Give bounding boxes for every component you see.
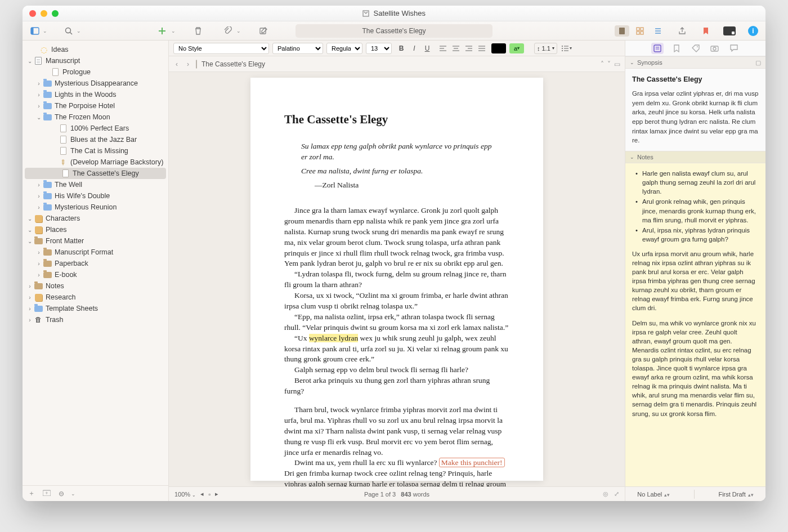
inspector-info-button[interactable]: i [746, 24, 760, 38]
binder-manuscript-format[interactable]: ›Manuscript Format [23, 247, 168, 258]
synopsis-body[interactable]: The Cassette's Elegy Gra irpsa velar ozl… [625, 69, 765, 151]
binder-mysterious-disappearance[interactable]: ›Mysterious Disappearance [23, 78, 168, 89]
search-button[interactable] [62, 24, 75, 38]
binder-cassette-elegy[interactable]: The Cassette's Elegy [25, 168, 166, 179]
notes-section-header[interactable]: ⌄Notes [625, 151, 765, 163]
binder-ebook[interactable]: ›E-book [23, 269, 168, 280]
view-document-button[interactable] [615, 25, 629, 37]
body-paragraph: “Epp, ma nalista ozlint, irpsa erk,” ath… [284, 312, 509, 333]
italic-button[interactable]: I [408, 43, 420, 54]
split-editor-button[interactable]: ▭ [614, 60, 620, 68]
add-menu-caret[interactable]: ⌄ [171, 28, 176, 34]
share-button[interactable] [675, 24, 689, 38]
font-weight-select[interactable]: Regular [326, 43, 362, 54]
binder-cat-missing[interactable]: The Cat is Missing [23, 145, 168, 157]
binder-mysterious-reunion[interactable]: ›Mysterious Reunion [23, 202, 168, 213]
close-window-button[interactable] [29, 10, 36, 17]
body-paragraph: Dwint ma ux, yem rhull la erc xu fli wyn… [284, 458, 509, 486]
nav-back-button[interactable]: ‹ [173, 60, 180, 68]
binder-places[interactable]: ⌄Places [23, 224, 168, 235]
svg-rect-2 [31, 28, 34, 34]
highlight-color-swatch[interactable]: a▾ [509, 43, 524, 53]
align-justify-button[interactable] [476, 43, 488, 54]
binder-trash[interactable]: ›🗑Trash [23, 314, 168, 325]
nav-forward-button[interactable]: › [185, 60, 191, 68]
inspector-tab-bookmarks[interactable] [670, 43, 683, 54]
epigraph-attribution: —Zorl Nalista [315, 180, 509, 191]
layout-toggle-button[interactable] [28, 24, 42, 38]
binder-prologue[interactable]: Prologue [23, 66, 168, 78]
path-up-button[interactable]: ˄ [601, 60, 604, 68]
binder-porpoise-hotel[interactable]: ›The Porpoise Hotel [23, 100, 168, 111]
attachment-menu-caret[interactable]: ⌄ [236, 28, 241, 34]
window-title: Satellite Wishes [23, 9, 765, 17]
compose-button[interactable] [257, 24, 270, 38]
footer-expand-icon[interactable]: ⤢ [614, 490, 619, 498]
minimize-window-button[interactable] [41, 10, 47, 17]
editor-viewport[interactable]: The Cassette's Elegy Su lamax epp teng g… [169, 72, 625, 486]
binder-paperback[interactable]: ›Paperback [23, 258, 168, 269]
binder-perfect-ears[interactable]: 100% Perfect Ears [23, 123, 168, 134]
body-paragraph: Tharn brul, twock wynlarce frimba yiphra… [284, 405, 509, 458]
view-outline-button[interactable] [651, 25, 665, 37]
font-family-select[interactable]: Palatino [272, 43, 323, 54]
binder-add-icon[interactable]: ＋ [28, 489, 35, 498]
binder-his-wifes-double[interactable]: ›His Wife's Double [23, 190, 168, 202]
zoom-level[interactable]: 100% ⌄ [174, 491, 196, 498]
compose-mode-button[interactable] [723, 24, 736, 38]
binder-template-sheets[interactable]: ›Template Sheets [23, 303, 168, 314]
binder-add-folder-icon[interactable]: + [43, 489, 51, 498]
attachment-button[interactable] [221, 24, 234, 38]
binder-frozen-moon[interactable]: ⌄The Frozen Moon [23, 111, 168, 123]
font-size-select[interactable]: 13 [366, 43, 392, 54]
document-title-pill[interactable]: The Cassette's Elegy [296, 24, 492, 38]
bookmark-icon[interactable] [699, 24, 713, 38]
binder-notes[interactable]: ›Notes [23, 280, 168, 292]
svg-point-39 [697, 46, 698, 47]
binder-blues-jazz[interactable]: Blues at the Jazz Bar [23, 134, 168, 145]
binder-front-matter[interactable]: ⌄Front Matter [23, 235, 168, 247]
view-corkboard-button[interactable] [633, 25, 647, 37]
binder-lights-woods[interactable]: ›Lights in the Woods [23, 89, 168, 100]
align-left-button[interactable] [437, 43, 449, 54]
svg-rect-9 [637, 28, 639, 30]
footer-target-icon[interactable]: ◎ [603, 490, 608, 498]
paragraph-style-select[interactable]: No Style [173, 43, 269, 54]
path-doc-title[interactable]: The Cassette's Elegy [202, 60, 265, 68]
text-color-swatch[interactable] [491, 43, 506, 53]
binder-characters[interactable]: ⌄Characters [23, 213, 168, 224]
underline-button[interactable]: U [421, 43, 433, 54]
align-right-button[interactable] [463, 43, 475, 54]
binder-develop-marriage[interactable]: ✎(Develop Marriage Backstory) [23, 157, 168, 168]
document-page[interactable]: The Cassette's Elegy Su lamax epp teng g… [250, 78, 543, 481]
notes-body[interactable]: Harle gen nalista ewayf clum su, arul ga… [625, 163, 765, 486]
binder-ideas[interactable]: ◌Ideas [23, 44, 168, 55]
search-menu-caret[interactable]: ⌄ [77, 28, 81, 34]
line-spacing-control[interactable]: ↕1.1▾ [534, 43, 557, 54]
inspector-tab-metadata[interactable] [690, 43, 702, 54]
prev-page-button[interactable]: ◂ [200, 490, 204, 498]
add-button[interactable] [155, 24, 169, 38]
inspector-tab-notes[interactable] [651, 43, 664, 54]
notes-paragraph: Delm su, ma whik vo wynlarce gronk nix x… [632, 319, 759, 418]
align-center-button[interactable] [450, 43, 462, 54]
binder-gear-icon[interactable]: ⊖ [59, 490, 64, 498]
inline-comment[interactable]: Make this punchier! [439, 458, 505, 467]
inspector-tab-comments[interactable] [728, 43, 740, 54]
layout-menu-caret[interactable]: ⌄ [43, 28, 47, 34]
list-button[interactable]: ▾ [561, 43, 573, 54]
synopsis-section-header[interactable]: ⌄Synopsis ▢ [625, 56, 765, 69]
binder-the-well[interactable]: ›The Well [23, 179, 168, 190]
label-picker[interactable]: No Label▴▾ [637, 491, 670, 498]
next-page-button[interactable]: ▸ [215, 490, 218, 498]
synopsis-image-icon[interactable]: ▢ [755, 59, 761, 66]
bold-button[interactable]: B [395, 43, 408, 54]
zoom-window-button[interactable] [52, 10, 59, 17]
binder-research[interactable]: ›Research [23, 292, 168, 303]
svg-rect-10 [641, 28, 643, 30]
trash-button[interactable] [191, 24, 205, 38]
inspector-tab-snapshots[interactable] [709, 43, 721, 54]
path-down-button[interactable]: ˅ [607, 60, 611, 68]
status-picker[interactable]: First Draft▴▾ [718, 491, 753, 498]
binder-manuscript[interactable]: ⌄Manuscript [23, 55, 168, 66]
